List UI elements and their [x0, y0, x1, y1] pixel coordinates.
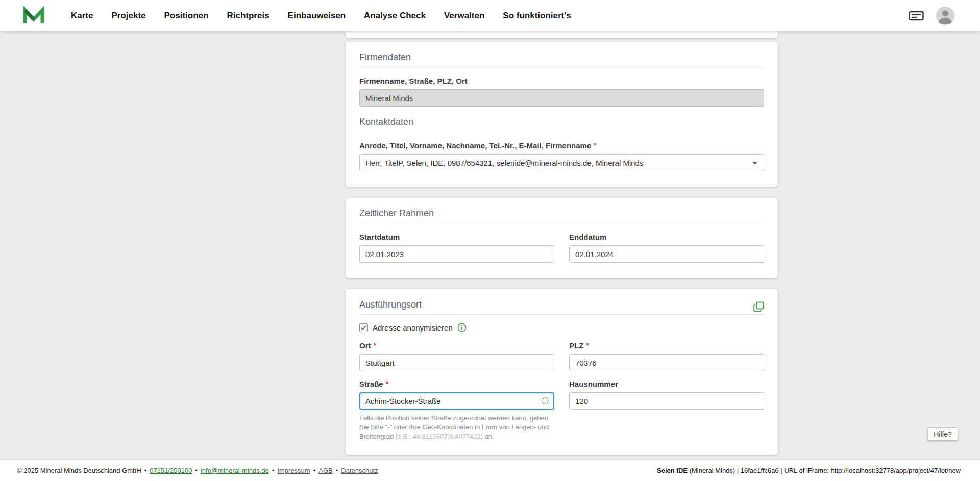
kontakt-select-value: Herr, TitelP, Selen, IDE, 0987/654321, s…: [365, 159, 643, 167]
footer-left: © 2025 Mineral Minds Deutschland GmbH • …: [17, 467, 378, 474]
nav-items: Karte Projekte Positionen Richtpreis Ein…: [71, 11, 909, 21]
datenschutz-link[interactable]: Datenschutz: [341, 467, 378, 474]
nav-item-analyse-check[interactable]: Analyse Check: [364, 11, 426, 21]
startdatum-input[interactable]: [359, 245, 554, 263]
email-link[interactable]: info@mineral-minds.de: [201, 467, 269, 474]
previous-card-partial: [346, 31, 778, 38]
ort-input[interactable]: [359, 354, 554, 371]
nav-item-karte[interactable]: Karte: [71, 11, 93, 21]
footer-debug-info: Selen IDE (Mineral Minds) | 16fae1ffc6a6…: [657, 467, 961, 474]
ausfuehrungsort-title: Ausführungsort: [359, 299, 422, 310]
info-icon[interactable]: [457, 323, 467, 332]
checkmark-icon: [360, 324, 367, 331]
hausnummer-label: Hausnummer: [569, 379, 764, 388]
required-marker: *: [374, 341, 376, 349]
anonymize-checkbox[interactable]: [359, 323, 368, 332]
enddatum-label: Enddatum: [569, 233, 764, 241]
divider: [359, 314, 764, 315]
plz-input[interactable]: [569, 354, 764, 371]
firmenname-input[interactable]: [359, 89, 764, 107]
strasse-hint: Falls die Position keiner Straße zugeord…: [359, 414, 554, 442]
help-button[interactable]: Hilfe?: [927, 427, 958, 441]
nav-item-verwalten[interactable]: Verwalten: [444, 11, 484, 21]
startdatum-label: Startdatum: [359, 233, 554, 241]
anonymize-label: Adresse anonymisieren: [373, 323, 453, 332]
copy-icon[interactable]: [753, 301, 764, 312]
nav-item-projekte[interactable]: Projekte: [111, 11, 145, 21]
plz-label: PLZ *: [569, 341, 764, 350]
copyright-text: © 2025 Mineral Minds Deutschland GmbH: [17, 467, 141, 474]
avatar[interactable]: [936, 7, 954, 25]
nav-item-richtpreis[interactable]: Richtpreis: [227, 11, 269, 21]
footer: © 2025 Mineral Minds Deutschland GmbH • …: [0, 460, 980, 481]
kontakt-select[interactable]: Herr, TitelP, Selen, IDE, 0987/654321, s…: [359, 154, 764, 171]
bullet-separator: •: [195, 467, 198, 474]
phone-link[interactable]: 07151/250100: [150, 467, 192, 474]
divider: [359, 133, 764, 133]
required-marker: *: [386, 379, 388, 388]
divider: [359, 224, 764, 224]
zeitlicher-rahmen-title: Zeitlicher Rahmen: [359, 208, 764, 219]
nav-item-einbauweisen[interactable]: Einbauweisen: [288, 11, 346, 21]
divider: [359, 68, 764, 68]
bullet-separator: •: [144, 467, 147, 474]
firmenname-label: Firmenname, Straße, PLZ, Ort: [359, 77, 764, 85]
ort-label: Ort *: [359, 341, 554, 350]
nav-item-so-funktionierts[interactable]: So funktioniert's: [503, 11, 571, 21]
navbar: Karte Projekte Positionen Richtpreis Ein…: [0, 0, 980, 31]
chevron-down-icon: [752, 162, 757, 165]
strasse-input[interactable]: [359, 392, 554, 410]
ausfuehrungsort-card: Ausführungsort Adresse anonymisieren: [346, 289, 778, 455]
nav-item-positionen[interactable]: Positionen: [164, 11, 209, 21]
ide-name: Selen IDE: [657, 467, 688, 474]
bullet-separator: •: [313, 467, 316, 474]
zeitlicher-rahmen-card: Zeitlicher Rahmen Startdatum Enddatum: [346, 198, 778, 278]
main-content: Firmendaten Firmenname, Straße, PLZ, Ort…: [346, 31, 778, 481]
impressum-link[interactable]: Impressum: [277, 467, 310, 474]
nav-right: [909, 7, 954, 25]
loading-spinner-icon: [542, 397, 549, 404]
mineral-minds-logo-icon[interactable]: [22, 4, 45, 28]
enddatum-input[interactable]: [569, 245, 764, 263]
required-marker: *: [586, 341, 589, 349]
bullet-separator: •: [272, 467, 275, 474]
strasse-label: Straße *: [359, 379, 554, 388]
firmendaten-card: Firmendaten Firmenname, Straße, PLZ, Ort…: [346, 42, 778, 187]
required-marker: *: [594, 141, 596, 149]
kontakt-label: Anrede, Titel, Vorname, Nachname, Tel.-N…: [359, 141, 764, 150]
hausnummer-input[interactable]: [569, 392, 764, 410]
bullet-separator: •: [336, 467, 338, 474]
server-icon[interactable]: [909, 10, 924, 22]
kontaktdaten-title: Kontaktdaten: [359, 117, 764, 128]
firmendaten-title: Firmendaten: [359, 52, 764, 63]
agb-link[interactable]: AGB: [318, 467, 332, 474]
